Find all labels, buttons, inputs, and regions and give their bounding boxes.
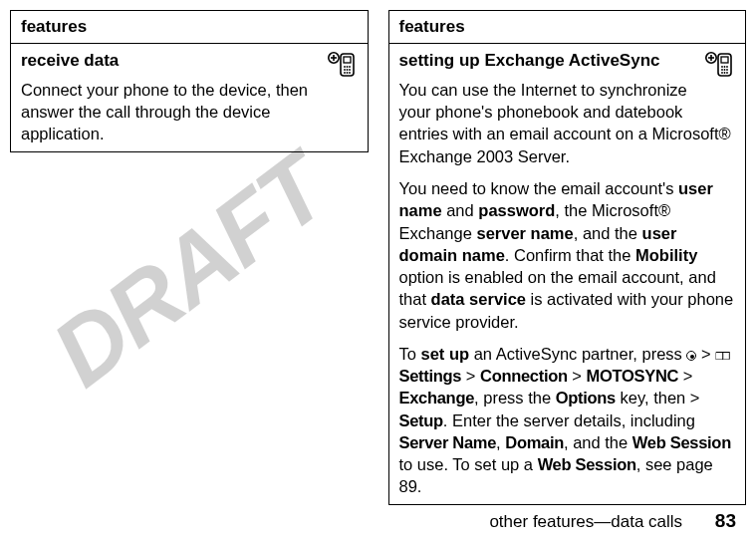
center-key-icon bbox=[686, 351, 696, 361]
right-row-body: You can use the Internet to synchronize … bbox=[399, 79, 736, 498]
t: , bbox=[496, 433, 505, 451]
t: set up bbox=[421, 345, 470, 363]
svg-point-12 bbox=[346, 72, 348, 74]
svg-point-9 bbox=[346, 69, 348, 71]
t: Exchange bbox=[399, 389, 475, 406]
svg-point-19 bbox=[721, 66, 723, 68]
t: > bbox=[461, 367, 480, 385]
page-footer: other features—data calls 83 bbox=[489, 510, 736, 532]
t: > bbox=[568, 367, 587, 385]
right-row: setting up Exchange ActiveSync You can u… bbox=[388, 44, 746, 505]
t: MOTOSYNC bbox=[587, 367, 679, 385]
t: > bbox=[678, 367, 692, 385]
t: and bbox=[442, 201, 479, 219]
svg-point-11 bbox=[344, 72, 346, 74]
svg-rect-18 bbox=[721, 57, 728, 63]
right-table: features bbox=[388, 10, 747, 505]
page-number: 83 bbox=[715, 510, 736, 531]
t: , press the bbox=[474, 389, 556, 406]
t: password bbox=[478, 201, 555, 219]
t: . Confirm that the bbox=[505, 246, 635, 264]
left-row: receive data Connect your phone to the d… bbox=[11, 44, 369, 152]
content-columns: features bbox=[0, 0, 756, 505]
svg-point-23 bbox=[724, 69, 726, 71]
footer-section: other features—data calls bbox=[489, 512, 682, 531]
left-column: features bbox=[10, 10, 369, 505]
left-row-title: receive data bbox=[21, 50, 358, 73]
svg-point-21 bbox=[726, 66, 728, 68]
t: Web Session bbox=[632, 433, 731, 451]
svg-point-20 bbox=[724, 66, 726, 68]
left-header: features bbox=[11, 11, 369, 44]
svg-point-24 bbox=[726, 69, 728, 71]
right-row-title: setting up Exchange ActiveSync bbox=[399, 50, 736, 73]
svg-point-25 bbox=[721, 72, 723, 74]
right-header: features bbox=[388, 11, 746, 44]
t: , and the bbox=[564, 433, 632, 451]
t: Setup bbox=[399, 411, 443, 429]
t: Mobility bbox=[635, 246, 697, 264]
t: an ActiveSync partner, press bbox=[469, 345, 686, 363]
para-3: To set up an ActiveSync partner, press >… bbox=[399, 343, 736, 498]
t: key, then > bbox=[616, 389, 700, 406]
svg-point-27 bbox=[726, 72, 728, 74]
t: To bbox=[399, 345, 421, 363]
t: Settings bbox=[399, 367, 462, 385]
para-2: You need to know the email account's use… bbox=[399, 177, 736, 333]
t: You need to know the email account's bbox=[399, 179, 678, 197]
settings-icon: ❒❒ bbox=[715, 346, 728, 365]
svg-point-6 bbox=[346, 66, 348, 68]
t: to use. To set up a bbox=[399, 455, 538, 473]
t: Connection bbox=[480, 367, 568, 385]
svg-point-5 bbox=[344, 66, 346, 68]
t: server name bbox=[476, 224, 573, 242]
right-column: features bbox=[388, 10, 747, 505]
left-row-body: Connect your phone to the device, then a… bbox=[21, 79, 358, 145]
svg-point-7 bbox=[349, 66, 351, 68]
t: data service bbox=[431, 290, 526, 308]
para-1: You can use the Internet to synchronize … bbox=[399, 79, 736, 167]
t: > bbox=[696, 345, 715, 363]
svg-point-13 bbox=[349, 72, 351, 74]
svg-point-22 bbox=[721, 69, 723, 71]
svg-point-8 bbox=[344, 69, 346, 71]
phone-plus-icon bbox=[705, 52, 735, 84]
t: Options bbox=[556, 389, 616, 406]
svg-point-26 bbox=[724, 72, 726, 74]
t: Domain bbox=[505, 433, 564, 451]
svg-point-10 bbox=[349, 69, 351, 71]
t: . Enter the server details, including bbox=[443, 411, 695, 429]
t: Server Name bbox=[399, 433, 497, 451]
left-table: features bbox=[10, 10, 369, 152]
t: , and the bbox=[574, 224, 642, 242]
phone-plus-icon bbox=[328, 52, 358, 84]
svg-rect-4 bbox=[344, 57, 351, 63]
t: Web Session bbox=[538, 455, 636, 473]
